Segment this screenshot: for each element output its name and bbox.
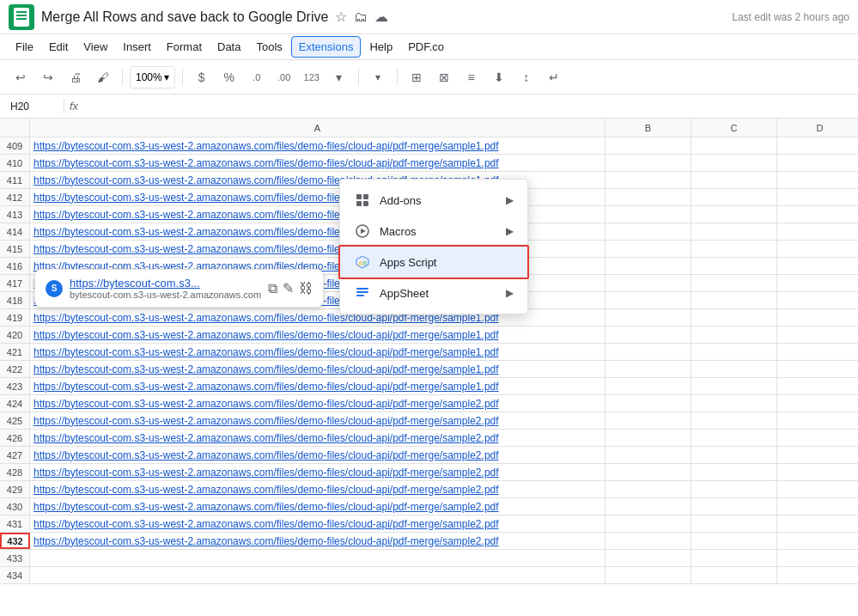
menu-extensions[interactable]: Extensions [291, 36, 362, 58]
cell-d [777, 189, 858, 205]
dropdown-item-appsheet[interactable]: AppSheet ▶ [340, 278, 527, 308]
sheets-logo [9, 4, 34, 30]
borders-button[interactable]: ⊞ [405, 65, 429, 89]
toolbar-sep-2 [182, 69, 183, 86]
dropdown-item-macros[interactable]: Macros ▶ [340, 216, 527, 247]
url-link[interactable]: https://bytescout-com.s3-us-west-2.amazo… [33, 518, 499, 530]
zoom-control[interactable]: 100% ▾ [130, 66, 175, 88]
menu-help[interactable]: Help [362, 37, 399, 57]
star-icon[interactable]: ☆ [335, 9, 347, 25]
number-format-button[interactable]: 123 [300, 65, 324, 89]
url-link[interactable]: https://bytescout-com.s3-us-west-2.amazo… [33, 381, 499, 393]
row-number: 417 [0, 275, 30, 291]
url-link[interactable]: https://bytescout-com.s3-us-west-2.amazo… [33, 432, 499, 444]
merge-button[interactable]: ⊠ [432, 65, 456, 89]
row-number: 427 [0, 447, 30, 463]
menu-format[interactable]: Format [160, 37, 209, 57]
row-number: 421 [0, 344, 30, 360]
folder-icon[interactable]: 🗂 [354, 9, 368, 25]
row-number: 416 [0, 258, 30, 274]
url-link[interactable]: https://bytescout-com.s3-us-west-2.amazo… [33, 346, 499, 358]
cell-d [777, 137, 858, 154]
cell-d [777, 464, 858, 480]
more-formats-button[interactable]: ▾ [327, 65, 351, 89]
svg-rect-10 [356, 291, 368, 293]
toolbar-sep-4 [397, 69, 398, 86]
menu-edit[interactable]: Edit [42, 37, 75, 57]
column-header-c: C [691, 119, 777, 137]
edit-link-button[interactable]: ✎ [283, 280, 294, 296]
row-number: 412 [0, 189, 30, 205]
url-link[interactable]: https://bytescout-com.s3-us-west-2.amazo… [33, 329, 499, 341]
url-link[interactable]: https://bytescout-com.s3-us-west-2.amazo… [33, 363, 499, 375]
redo-button[interactable]: ↪ [36, 65, 60, 89]
url-link[interactable]: https://bytescout-com.s3-us-west-2.amazo… [33, 467, 499, 479]
paint-format-button[interactable]: 🖌 [91, 65, 115, 89]
url-link[interactable]: https://bytescout-com.s3-us-west-2.amazo… [33, 501, 499, 513]
percent-button[interactable]: % [217, 65, 241, 89]
cell-b [605, 481, 691, 497]
decimal-decrease-button[interactable]: .0 [245, 65, 269, 89]
svg-text:S: S [362, 259, 367, 267]
cell-d [777, 275, 858, 291]
cell-c [691, 275, 777, 291]
table-row: 430https://bytescout-com.s3-us-west-2.am… [0, 498, 858, 515]
valign-button[interactable]: ⬇ [487, 65, 511, 89]
menu-tools[interactable]: Tools [249, 37, 289, 57]
currency-button[interactable]: $ [190, 65, 214, 89]
print-button[interactable]: 🖨 [64, 65, 88, 89]
menu-data[interactable]: Data [210, 37, 247, 57]
cell-url: https://bytescout-com.s3-us-west-2.amazo… [30, 533, 605, 549]
menu-pdfco[interactable]: PDF.co [401, 37, 451, 57]
tooltip-actions: ⧉ ✎ ⛓ [268, 280, 313, 296]
cell-c [691, 189, 777, 205]
tooltip-favicon: S [46, 280, 63, 297]
cell-d [777, 241, 858, 257]
wrap-button[interactable]: ↵ [542, 65, 566, 89]
cell-c [691, 447, 777, 463]
url-link[interactable]: https://bytescout-com.s3-us-west-2.amazo… [33, 140, 499, 152]
decimal-increase-button[interactable]: .00 [272, 65, 296, 89]
cell-d [777, 326, 858, 343]
rotate-button[interactable]: ↕ [514, 65, 539, 89]
cell-url [30, 567, 605, 583]
table-row: 424https://bytescout-com.s3-us-west-2.am… [0, 395, 858, 412]
cell-b [605, 189, 691, 205]
row-number: 410 [0, 155, 30, 171]
cell-b [605, 361, 691, 377]
row-number: 424 [0, 395, 30, 412]
cell-c [691, 326, 777, 343]
cell-c [691, 430, 777, 446]
menu-insert[interactable]: Insert [116, 37, 158, 57]
cell-url: https://bytescout-com.s3-us-west-2.amazo… [30, 361, 605, 377]
align-button[interactable]: ≡ [459, 65, 484, 89]
url-link[interactable]: https://bytescout-com.s3-us-west-2.amazo… [33, 398, 499, 410]
url-link[interactable]: https://bytescout-com.s3-us-west-2.amazo… [33, 415, 499, 427]
cell-d [777, 344, 858, 360]
menu-file[interactable]: File [9, 37, 40, 57]
url-link[interactable]: https://bytescout-com.s3-us-west-2.amazo… [33, 484, 499, 496]
menu-view[interactable]: View [76, 37, 114, 57]
toolbar-sep-3 [358, 69, 359, 86]
url-link[interactable]: https://bytescout-com.s3-us-west-2.amazo… [33, 535, 499, 547]
cell-url: https://bytescout-com.s3-us-west-2.amazo… [30, 481, 605, 497]
cell-c [691, 309, 777, 326]
url-link[interactable]: https://bytescout-com.s3-us-west-2.amazo… [33, 449, 499, 461]
unlink-button[interactable]: ⛓ [299, 281, 313, 296]
cell-reference-input[interactable]: H20 [7, 99, 58, 114]
url-link[interactable]: https://bytescout-com.s3-us-west-2.amazo… [33, 157, 499, 169]
title-icons: ☆ 🗂 ☁ [335, 9, 388, 25]
row-number: 413 [0, 206, 30, 223]
undo-button[interactable]: ↩ [9, 65, 33, 89]
tooltip-url[interactable]: https://bytescout-com.s3... [70, 277, 261, 290]
cell-c [691, 567, 777, 583]
dropdown-item-apps-script[interactable]: A S Apps Script [340, 247, 527, 278]
font-name-button[interactable]: ▾ [366, 65, 390, 89]
copy-link-button[interactable]: ⧉ [268, 281, 277, 296]
column-header-d: D [777, 119, 858, 137]
svg-rect-11 [356, 295, 364, 296]
dropdown-item-addons[interactable]: Add-ons ▶ [340, 185, 527, 216]
row-number: 414 [0, 223, 30, 240]
cloud-icon[interactable]: ☁ [374, 9, 388, 25]
column-header-b: B [605, 119, 691, 137]
